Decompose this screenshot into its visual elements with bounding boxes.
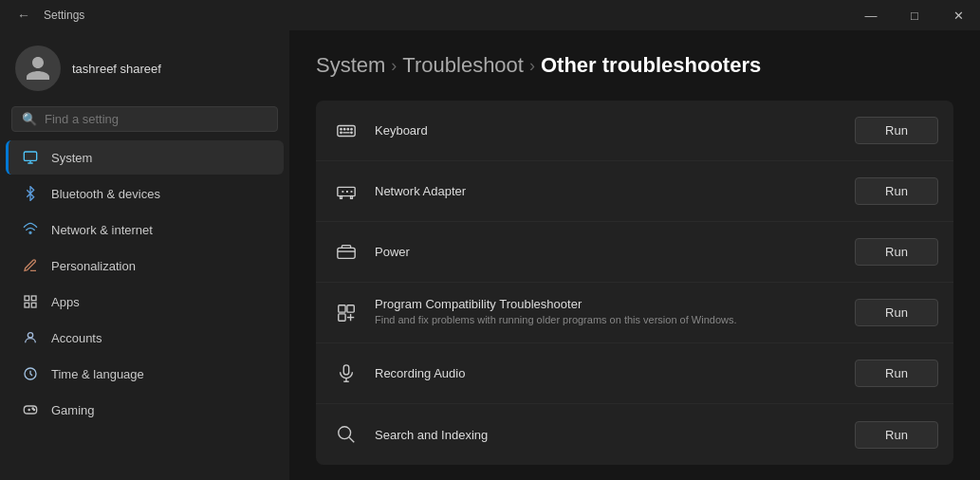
ts-search-indexing-info: Search and Indexing [375, 428, 841, 442]
bluetooth-icon [21, 184, 40, 203]
breadcrumb-system[interactable]: System [316, 53, 385, 78]
ts-power-run[interactable]: Run [855, 238, 938, 266]
program-compat-icon [331, 298, 361, 328]
sidebar-item-gaming-label: Gaming [51, 403, 95, 417]
network-adapter-icon [331, 176, 361, 207]
window-controls: — □ ✕ [849, 0, 980, 30]
search-box[interactable]: 🔍 [11, 106, 278, 132]
ts-program-compat-name: Program Compatibility Troubleshooter [375, 297, 841, 311]
ts-network-adapter-name: Network Adapter [375, 184, 841, 198]
title-bar: ← Settings — □ ✕ [0, 0, 980, 30]
svg-point-25 [341, 132, 342, 133]
sidebar-item-personalization[interactable]: Personalization [6, 249, 284, 283]
ts-search-indexing-run[interactable]: Run [855, 421, 938, 449]
minimize-button[interactable]: — [849, 0, 893, 30]
svg-rect-5 [31, 303, 36, 307]
svg-rect-40 [343, 364, 349, 374]
sidebar-item-time[interactable]: Time & language [6, 357, 284, 391]
svg-rect-2 [25, 296, 29, 301]
svg-point-6 [28, 333, 32, 338]
sidebar-item-personalization-label: Personalization [51, 259, 136, 273]
breadcrumb-current: Other troubleshooters [541, 53, 761, 78]
ts-search-indexing-name: Search and Indexing [375, 428, 841, 442]
sidebar-item-bluetooth[interactable]: Bluetooth & devices [6, 176, 284, 211]
sidebar-item-apps[interactable]: Apps [6, 285, 284, 319]
sidebar-item-gaming[interactable]: Gaming [6, 393, 284, 427]
avatar [15, 46, 61, 91]
ts-row-network-adapter: Network Adapter Run [316, 161, 953, 222]
ts-keyboard-name: Keyboard [375, 123, 841, 138]
svg-point-23 [347, 128, 348, 129]
svg-point-1 [29, 231, 31, 233]
breadcrumb: System › Troubleshoot › Other troublesho… [316, 53, 953, 78]
svg-rect-0 [24, 152, 36, 160]
username: tashreef shareef [72, 62, 161, 76]
ts-row-search-indexing: Search and Indexing Run [316, 404, 953, 465]
sidebar-item-bluetooth-label: Bluetooth & devices [51, 187, 160, 201]
ts-network-adapter-run[interactable]: Run [855, 177, 938, 205]
breadcrumb-sep1: › [391, 56, 397, 76]
sidebar-item-time-label: Time & language [51, 367, 144, 381]
ts-keyboard-info: Keyboard [375, 123, 841, 138]
sidebar-item-accounts[interactable]: Accounts [6, 321, 284, 355]
recording-audio-icon [331, 359, 361, 389]
svg-point-22 [343, 128, 344, 129]
svg-rect-13 [338, 125, 355, 136]
ts-power-name: Power [375, 245, 841, 259]
apps-icon [21, 292, 40, 311]
user-profile[interactable]: tashreef shareef [0, 30, 289, 102]
svg-rect-37 [347, 305, 354, 311]
ts-network-adapter-info: Network Adapter [375, 184, 841, 198]
svg-point-24 [351, 128, 352, 129]
search-icon: 🔍 [22, 112, 37, 126]
ts-row-power: Power Run [316, 222, 953, 283]
svg-point-26 [351, 132, 352, 133]
sidebar-item-system[interactable]: System [6, 140, 284, 175]
ts-row-recording-audio: Recording Audio Run [316, 343, 953, 404]
svg-rect-35 [339, 305, 345, 311]
keyboard-icon [331, 116, 361, 146]
content-area: System › Troubleshoot › Other troublesho… [289, 30, 980, 480]
svg-rect-32 [351, 195, 353, 198]
svg-point-21 [341, 128, 342, 129]
search-input[interactable] [45, 112, 268, 126]
ts-program-compat-desc: Find and fix problems with running older… [375, 313, 841, 327]
main-container: tashreef shareef 🔍 System Bluetooth & de… [0, 30, 980, 480]
system-icon [21, 148, 40, 167]
maximize-button[interactable]: □ [893, 0, 936, 30]
personalization-icon [21, 256, 40, 275]
svg-rect-36 [339, 313, 345, 320]
svg-rect-4 [25, 303, 29, 307]
gaming-icon [21, 400, 40, 419]
breadcrumb-troubleshoot[interactable]: Troubleshoot [402, 53, 524, 78]
ts-program-compat-run[interactable]: Run [855, 299, 938, 326]
breadcrumb-sep2: › [529, 56, 535, 76]
ts-recording-audio-run[interactable]: Run [855, 360, 938, 387]
power-icon [331, 237, 361, 268]
svg-rect-31 [341, 195, 342, 198]
app-title: Settings [44, 9, 84, 22]
ts-power-info: Power [375, 245, 841, 259]
ts-row-program-compat: Program Compatibility Troubleshooter Fin… [316, 283, 953, 343]
accounts-icon [21, 328, 40, 347]
svg-point-12 [33, 409, 34, 410]
sidebar-item-apps-label: Apps [51, 295, 80, 309]
ts-program-compat-info: Program Compatibility Troubleshooter Fin… [375, 297, 841, 327]
svg-point-43 [339, 427, 351, 439]
ts-recording-audio-info: Recording Audio [375, 366, 841, 380]
sidebar-item-system-label: System [51, 151, 92, 165]
network-icon [21, 220, 40, 239]
ts-keyboard-run[interactable]: Run [855, 117, 938, 144]
sidebar-item-accounts-label: Accounts [51, 331, 102, 345]
svg-line-44 [349, 437, 354, 442]
time-icon [21, 364, 40, 383]
sidebar-item-network[interactable]: Network & internet [6, 212, 284, 247]
back-button[interactable]: ← [11, 8, 36, 23]
search-indexing-icon [331, 419, 361, 450]
sidebar-item-network-label: Network & internet [51, 223, 153, 237]
ts-row-keyboard: Keyboard Run [316, 101, 953, 161]
close-button[interactable]: ✕ [936, 0, 980, 30]
svg-rect-33 [338, 248, 355, 258]
ts-recording-audio-name: Recording Audio [375, 366, 841, 380]
troubleshooter-list: Keyboard Run Network Adapter Run [316, 101, 953, 465]
